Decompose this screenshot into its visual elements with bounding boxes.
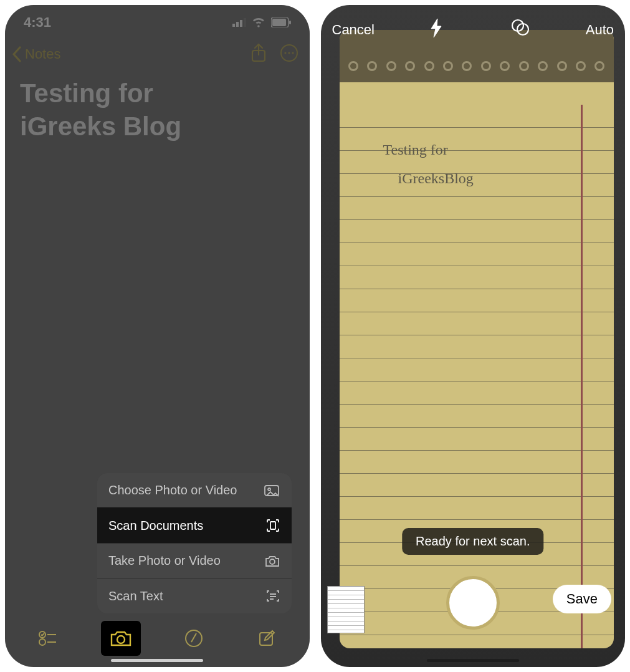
wifi-icon [252, 17, 266, 27]
svg-point-11 [292, 52, 294, 54]
menu-item-label: Choose Photo or Video [108, 483, 237, 497]
shutter-button[interactable] [446, 576, 500, 630]
text-scan-icon [265, 588, 280, 603]
status-bar: 4:31 [5, 5, 310, 35]
markup-icon [184, 629, 203, 648]
menu-scan-documents[interactable]: Scan Documents [97, 507, 292, 543]
menu-scan-text[interactable]: Scan Text [97, 578, 292, 613]
svg-rect-1 [236, 22, 239, 27]
checklist-button[interactable] [28, 621, 68, 656]
status-time: 4:31 [24, 14, 51, 31]
svg-point-13 [268, 488, 270, 491]
scan-thumbnail[interactable] [327, 586, 365, 633]
ellipsis-circle-icon [280, 44, 298, 62]
doc-scan-icon [265, 518, 280, 533]
cancel-button[interactable]: Cancel [332, 22, 375, 38]
share-button[interactable] [250, 43, 267, 65]
checklist-icon [39, 630, 57, 646]
battery-icon [271, 17, 291, 27]
camera-icon [264, 554, 280, 568]
svg-rect-25 [260, 633, 272, 645]
status-icons [232, 17, 291, 27]
camera-preview: Testing for iGreeksBlog [340, 30, 614, 648]
svg-point-15 [270, 559, 275, 564]
notes-screen: 4:31 Notes Testing for iGreeks Blog Choo [5, 5, 310, 667]
notes-nav: Notes [5, 35, 310, 70]
svg-rect-6 [289, 21, 291, 24]
svg-rect-0 [232, 24, 235, 27]
cellular-icon [232, 18, 247, 27]
menu-take-photo-video[interactable]: Take Photo or Video [97, 543, 292, 578]
camera-action-menu: Choose Photo or Video Scan Documents Tak… [97, 473, 292, 613]
compose-button[interactable] [247, 621, 287, 656]
back-button[interactable]: Notes [11, 46, 60, 62]
flash-icon [430, 19, 442, 37]
save-button[interactable]: Save [553, 585, 611, 613]
scanner-screen: Testing for iGreeksBlog Cancel Auto Read… [321, 5, 626, 667]
handwriting: Testing for iGreeksBlog [383, 136, 474, 193]
svg-point-10 [288, 52, 290, 54]
menu-item-label: Scan Text [108, 589, 163, 603]
filter-button[interactable] [511, 19, 530, 41]
more-button[interactable] [280, 44, 298, 65]
camera-icon [110, 630, 132, 647]
svg-rect-3 [244, 18, 246, 27]
menu-item-label: Take Photo or Video [108, 554, 221, 568]
camera-button[interactable] [101, 621, 141, 656]
chevron-left-icon [11, 46, 22, 62]
back-label: Notes [25, 46, 60, 62]
scanner-top-bar: Cancel Auto [321, 19, 626, 41]
svg-point-20 [39, 639, 45, 645]
menu-choose-photo-video[interactable]: Choose Photo or Video [97, 473, 292, 507]
menu-item-label: Scan Documents [108, 519, 203, 533]
markup-button[interactable] [174, 621, 214, 656]
compose-icon [257, 629, 276, 648]
filter-circles-icon [511, 19, 530, 36]
svg-rect-14 [270, 522, 275, 529]
svg-rect-5 [272, 19, 286, 26]
share-icon [250, 43, 267, 63]
flash-button[interactable] [430, 19, 442, 41]
auto-mode-button[interactable]: Auto [586, 22, 614, 38]
note-title: Testing for iGreeks Blog [5, 70, 310, 150]
scanner-viewport: Testing for iGreeksBlog Cancel Auto Read… [321, 5, 626, 667]
scan-status-toast: Ready for next scan. [402, 528, 543, 555]
svg-point-9 [284, 52, 286, 54]
svg-point-23 [117, 636, 125, 643]
home-indicator[interactable] [427, 659, 519, 662]
svg-marker-26 [431, 19, 441, 37]
home-indicator[interactable] [111, 659, 203, 662]
photo-icon [264, 484, 280, 497]
svg-rect-2 [240, 20, 242, 27]
